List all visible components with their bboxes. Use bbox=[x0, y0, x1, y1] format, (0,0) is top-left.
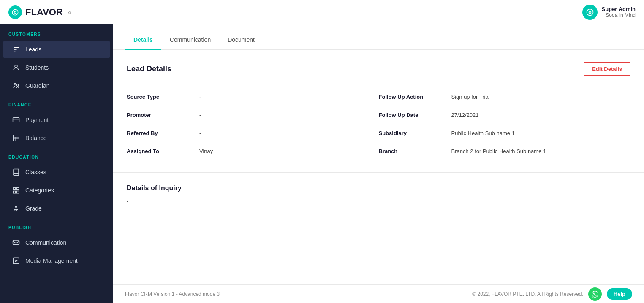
collapse-icon[interactable]: « bbox=[68, 8, 72, 16]
sidebar-label-media-management: Media Management bbox=[25, 257, 78, 264]
sidebar-item-media-management[interactable]: Media Management bbox=[3, 252, 110, 270]
field-row: Promoter - bbox=[127, 106, 379, 124]
field-value: Vinay bbox=[199, 148, 213, 154]
tab-details[interactable]: Details bbox=[125, 32, 161, 50]
sidebar-item-categories[interactable]: Categories bbox=[3, 181, 110, 199]
sidebar-label-guardian: Guardian bbox=[25, 82, 50, 89]
media-management-icon bbox=[12, 257, 20, 265]
sidebar-item-communication[interactable]: Communication bbox=[3, 234, 110, 252]
svg-rect-19 bbox=[17, 187, 19, 189]
avatar bbox=[582, 5, 598, 20]
svg-rect-14 bbox=[13, 135, 19, 141]
edit-details-button[interactable]: Edit Details bbox=[584, 62, 630, 76]
header-right: Super Admin Soda In Mind bbox=[582, 5, 636, 20]
classes-icon bbox=[12, 168, 20, 176]
sidebar-label-leads: Leads bbox=[25, 46, 41, 53]
sidebar-item-balance[interactable]: Balance bbox=[3, 129, 110, 147]
svg-point-10 bbox=[14, 83, 16, 85]
svg-rect-21 bbox=[17, 191, 19, 193]
field-label: Referred By bbox=[127, 130, 194, 136]
logo: FLAVOR bbox=[8, 5, 63, 19]
sidebar-label-categories: Categories bbox=[25, 187, 54, 194]
main-layout: CUSTOMERSLeadsStudentsGuardianFINANCEPay… bbox=[0, 24, 644, 303]
field-value: Sign up for Trial bbox=[451, 94, 490, 100]
tabs-bar: DetailsCommunicationDocument bbox=[113, 24, 644, 50]
section-title: Lead Details bbox=[127, 65, 171, 73]
sidebar-label-grade: Grade bbox=[25, 205, 42, 212]
field-label: Assigned To bbox=[127, 148, 194, 154]
sidebar-item-classes[interactable]: Classes bbox=[3, 163, 110, 181]
field-row: Subsidiary Public Health Sub name 1 bbox=[379, 124, 631, 142]
whatsapp-button[interactable] bbox=[588, 287, 602, 301]
copyright-text: © 2022, FLAVOR PTE. LTD. All Rights Rese… bbox=[472, 291, 583, 297]
svg-point-9 bbox=[15, 65, 17, 68]
sidebar-label-communication: Communication bbox=[25, 239, 66, 246]
payment-icon bbox=[12, 116, 20, 124]
sidebar-section-publish: PUBLISH bbox=[0, 218, 113, 233]
field-row: Referred By - bbox=[127, 124, 379, 142]
field-row: Source Type - bbox=[127, 88, 379, 106]
svg-rect-24 bbox=[13, 258, 19, 264]
svg-point-11 bbox=[17, 84, 19, 86]
field-row: Assigned To Vinay bbox=[127, 142, 379, 160]
tab-document[interactable]: Document bbox=[219, 32, 263, 50]
sidebar-label-payment: Payment bbox=[25, 116, 49, 123]
field-value: Public Health Sub name 1 bbox=[451, 130, 515, 136]
sidebar-item-leads[interactable]: Leads bbox=[3, 41, 110, 58]
svg-point-22 bbox=[15, 206, 17, 208]
content-area: DetailsCommunicationDocument Lead Detail… bbox=[113, 24, 644, 303]
sidebar-label-balance: Balance bbox=[25, 135, 47, 141]
sidebar: CUSTOMERSLeadsStudentsGuardianFINANCEPay… bbox=[0, 24, 113, 303]
svg-rect-18 bbox=[13, 187, 15, 189]
sidebar-label-students: Students bbox=[25, 64, 49, 71]
field-value: - bbox=[199, 112, 201, 118]
inquiry-title: Details of Inquiry bbox=[127, 184, 630, 192]
sidebar-section-education: EDUCATION bbox=[0, 147, 113, 163]
balance-icon bbox=[12, 134, 20, 142]
svg-rect-20 bbox=[13, 191, 15, 193]
header-left: FLAVOR « bbox=[8, 5, 72, 19]
field-label: Subsidiary bbox=[379, 130, 446, 136]
field-label: Promoter bbox=[127, 112, 194, 118]
logo-icon bbox=[8, 5, 22, 19]
grade-icon bbox=[12, 204, 20, 213]
sidebar-item-students[interactable]: Students bbox=[3, 59, 110, 76]
field-label: Follow Up Action bbox=[379, 94, 446, 100]
svg-rect-23 bbox=[13, 240, 19, 245]
top-header: FLAVOR « Super Admin Soda In Mind bbox=[0, 0, 644, 24]
sidebar-item-grade[interactable]: Grade bbox=[3, 200, 110, 217]
user-info: Super Admin Soda In Mind bbox=[602, 6, 636, 18]
field-label: Follow Up Date bbox=[379, 112, 446, 118]
field-row: Branch Branch 2 for Public Health Sub na… bbox=[379, 142, 631, 160]
user-org: Soda In Mind bbox=[602, 12, 636, 18]
field-value: 27/12/2021 bbox=[451, 112, 479, 118]
field-value: - bbox=[199, 130, 201, 136]
inquiry-value: - bbox=[127, 198, 630, 204]
footer-right: © 2022, FLAVOR PTE. LTD. All Rights Rese… bbox=[472, 287, 632, 301]
sidebar-item-payment[interactable]: Payment bbox=[3, 111, 110, 129]
guardian-icon bbox=[12, 81, 20, 90]
leads-icon bbox=[12, 45, 20, 54]
svg-point-5 bbox=[589, 11, 590, 13]
user-name: Super Admin bbox=[602, 6, 636, 12]
field-label: Branch bbox=[379, 148, 446, 154]
logo-text: FLAVOR bbox=[25, 7, 63, 18]
help-button[interactable]: Help bbox=[607, 288, 632, 300]
field-label: Source Type bbox=[127, 94, 194, 100]
svg-rect-12 bbox=[13, 118, 19, 122]
version-text: Flavor CRM Version 1 - Advanced mode 3 bbox=[125, 291, 220, 297]
categories-icon bbox=[12, 186, 20, 195]
inquiry-section: Details of Inquiry - bbox=[113, 173, 644, 216]
sidebar-item-guardian[interactable]: Guardian bbox=[3, 77, 110, 95]
footer: Flavor CRM Version 1 - Advanced mode 3 ©… bbox=[113, 284, 644, 303]
svg-point-2 bbox=[15, 11, 16, 13]
tab-communication[interactable]: Communication bbox=[161, 32, 219, 50]
sidebar-section-customers: CUSTOMERS bbox=[0, 24, 113, 40]
sidebar-label-classes: Classes bbox=[25, 169, 46, 176]
lead-details-section: Lead Details Edit Details Source Type - … bbox=[113, 50, 644, 173]
section-header: Lead Details Edit Details bbox=[127, 62, 630, 76]
communication-icon bbox=[12, 238, 20, 247]
field-value: - bbox=[199, 94, 201, 100]
fields-grid: Source Type - Follow Up Action Sign up f… bbox=[127, 88, 630, 160]
sidebar-section-finance: FINANCE bbox=[0, 95, 113, 111]
